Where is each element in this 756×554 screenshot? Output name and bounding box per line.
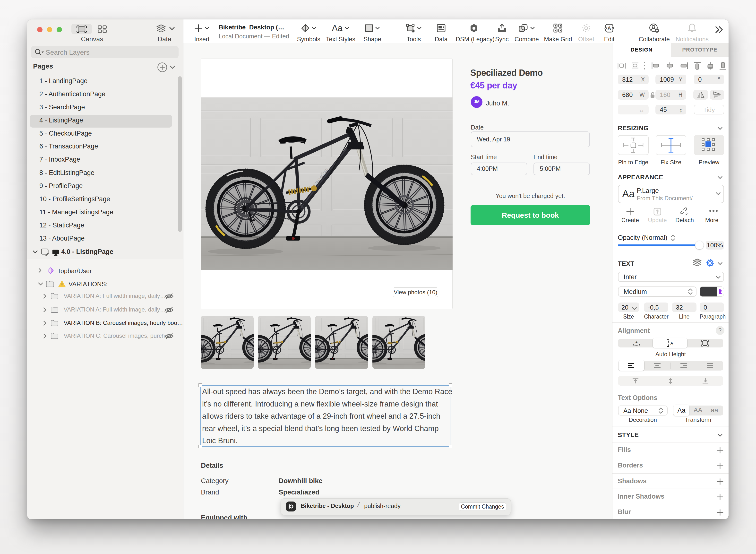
svg-text:A: A — [635, 340, 638, 344]
svg-text:A: A — [671, 341, 673, 345]
svg-text:A: A — [607, 25, 611, 31]
